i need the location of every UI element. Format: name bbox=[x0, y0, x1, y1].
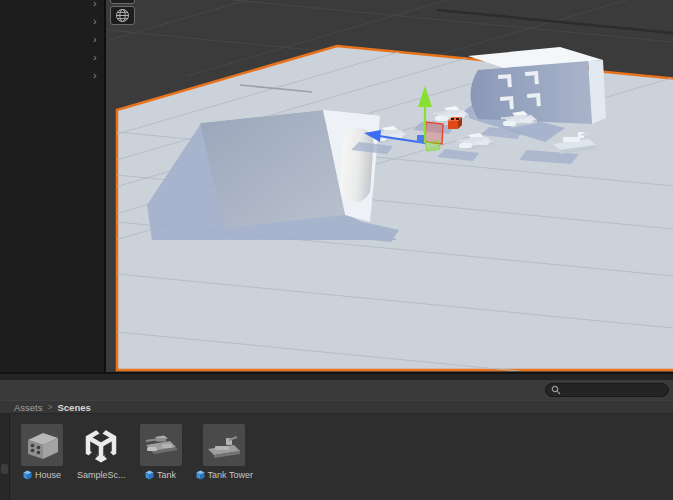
scene-view: › › › › › bbox=[0, 0, 673, 372]
asset-item-house[interactable]: House bbox=[20, 424, 64, 500]
house-thumbnail bbox=[21, 424, 63, 466]
chevron-expand-icon[interactable]: › bbox=[93, 70, 105, 81]
project-content: House bbox=[0, 414, 673, 500]
chevron-expand-icon[interactable]: › bbox=[93, 52, 105, 63]
gizmo-plane-handle-green[interactable] bbox=[425, 141, 440, 151]
project-panel-left-gutter[interactable] bbox=[0, 414, 10, 500]
scene-viewport[interactable] bbox=[107, 0, 673, 372]
search-field[interactable] bbox=[561, 385, 661, 395]
scene-overlay-toolbar bbox=[110, 0, 135, 27]
asset-label: House bbox=[35, 470, 61, 480]
scene-3d-render[interactable] bbox=[107, 0, 673, 372]
house-with-windows[interactable] bbox=[468, 47, 606, 124]
grid-snap-icon bbox=[116, 0, 130, 2]
globe-button[interactable] bbox=[110, 6, 135, 25]
search-icon bbox=[551, 385, 561, 395]
hierarchy-panel-edge: › › › › › bbox=[0, 0, 106, 372]
breadcrumb-assets[interactable]: Assets bbox=[14, 402, 43, 413]
grid-snap-button[interactable] bbox=[110, 0, 135, 4]
panel-divider[interactable] bbox=[0, 372, 673, 380]
chevron-expand-icon[interactable]: › bbox=[93, 0, 105, 9]
prefab-cube-icon bbox=[145, 470, 154, 480]
asset-item-tank-tower[interactable]: Tank Tower bbox=[196, 424, 253, 500]
asset-label: Tank Tower bbox=[208, 470, 253, 480]
breadcrumb-separator-icon: > bbox=[48, 402, 53, 412]
asset-grid: House bbox=[10, 414, 253, 500]
unity-editor-window: › › › › › bbox=[0, 0, 673, 500]
prefab-cube-icon bbox=[196, 470, 205, 480]
chevron-expand-icon[interactable]: › bbox=[93, 16, 105, 27]
prefab-cube-icon bbox=[23, 470, 32, 480]
asset-item-samplescene[interactable]: SampleSc... bbox=[77, 424, 126, 500]
unity-logo-icon bbox=[80, 424, 122, 466]
globe-icon bbox=[115, 8, 130, 23]
search-input[interactable] bbox=[545, 383, 669, 397]
tank-thumbnail bbox=[140, 424, 182, 466]
gizmo-plane-handle-red[interactable] bbox=[425, 122, 443, 144]
asset-label: SampleSc... bbox=[77, 470, 126, 480]
asset-label: Tank bbox=[157, 470, 176, 480]
gutter-scroll-thumb[interactable] bbox=[1, 464, 8, 474]
capsule[interactable] bbox=[339, 127, 374, 203]
asset-item-tank[interactable]: Tank bbox=[139, 424, 183, 500]
project-toolbar bbox=[0, 380, 673, 400]
tank-tower-thumbnail bbox=[203, 424, 245, 466]
breadcrumb: Assets > Scenes bbox=[0, 400, 673, 414]
chevron-expand-icon[interactable]: › bbox=[93, 34, 105, 45]
breadcrumb-scenes[interactable]: Scenes bbox=[57, 402, 90, 413]
gizmo-cube-handle[interactable] bbox=[417, 135, 425, 143]
